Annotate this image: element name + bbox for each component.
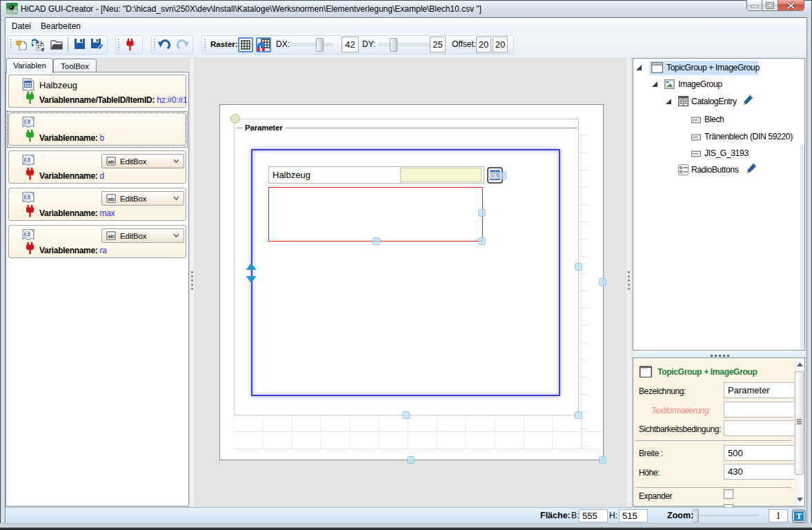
svg-text:ab: ab (108, 159, 115, 165)
svg-text:ab: ab (108, 196, 115, 202)
svg-text:0.5: 0.5 (23, 232, 30, 237)
svg-text:ab: ab (108, 233, 115, 239)
svg-text:0.5: 0.5 (23, 195, 30, 199)
svg-text:0.5: 0.5 (23, 157, 30, 162)
svg-text:0.5: 0.5 (23, 119, 30, 124)
svg-text:XV: XV (642, 365, 648, 369)
